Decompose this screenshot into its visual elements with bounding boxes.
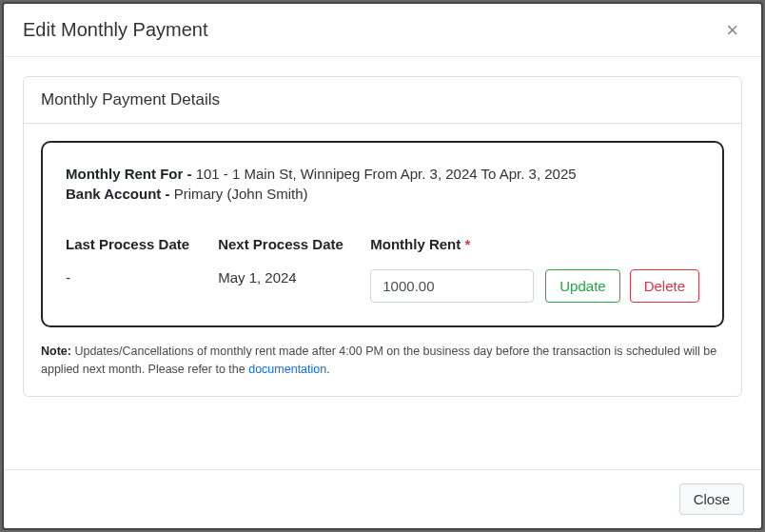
bank-account-value: Primary (John Smith): [174, 186, 308, 202]
note-block: Note: Updates/Cancellations of monthly r…: [41, 343, 724, 379]
documentation-link[interactable]: documentation: [248, 363, 326, 376]
last-process-date-label: Last Process Date: [66, 236, 218, 252]
monthly-rent-for-label: Monthly Rent For -: [66, 166, 196, 182]
payment-details-card: Monthly Payment Details Monthly Rent For…: [23, 76, 742, 397]
close-icon[interactable]: ×: [722, 20, 742, 41]
modal-header: Edit Monthly Payment ×: [4, 4, 761, 57]
payment-summary-panel: Monthly Rent For - 101 - 1 Main St, Winn…: [41, 141, 724, 327]
bank-account-label: Bank Account -: [66, 186, 174, 202]
update-button[interactable]: Update: [545, 269, 619, 303]
monthly-rent-field: Monthly Rent * Update Delete: [370, 236, 699, 303]
note-text-before: Updates/Cancellations of monthly rent ma…: [41, 345, 716, 376]
delete-button[interactable]: Delete: [630, 269, 699, 303]
bank-account-line: Bank Account - Primary (John Smith): [66, 186, 699, 202]
modal-title: Edit Monthly Payment: [23, 19, 208, 41]
monthly-rent-label: Monthly Rent *: [370, 236, 699, 252]
next-process-date-label: Next Process Date: [218, 236, 370, 252]
monthly-rent-input[interactable]: [370, 269, 534, 303]
modal-body: Monthly Payment Details Monthly Rent For…: [4, 57, 761, 469]
card-body: Monthly Rent For - 101 - 1 Main St, Winn…: [24, 124, 741, 396]
fields-row: Last Process Date - Next Process Date Ma…: [66, 236, 699, 303]
edit-monthly-payment-modal: Edit Monthly Payment × Monthly Payment D…: [2, 2, 763, 530]
note-text-after: .: [326, 363, 329, 376]
monthly-rent-for-value: 101 - 1 Main St, Winnipeg From Apr. 3, 2…: [196, 166, 577, 182]
row-actions: Update Delete: [545, 269, 699, 303]
next-process-date-field: Next Process Date May 1, 2024: [218, 236, 370, 303]
required-marker: *: [464, 236, 470, 252]
monthly-rent-for-line: Monthly Rent For - 101 - 1 Main St, Winn…: [66, 166, 699, 182]
last-process-date-field: Last Process Date -: [66, 236, 218, 303]
note-label: Note:: [41, 345, 74, 358]
next-process-date-value: May 1, 2024: [218, 269, 297, 286]
close-button[interactable]: Close: [679, 483, 744, 515]
modal-footer: Close: [4, 469, 761, 528]
last-process-date-value: -: [66, 269, 70, 286]
payment-details-heading: Monthly Payment Details: [24, 77, 741, 124]
